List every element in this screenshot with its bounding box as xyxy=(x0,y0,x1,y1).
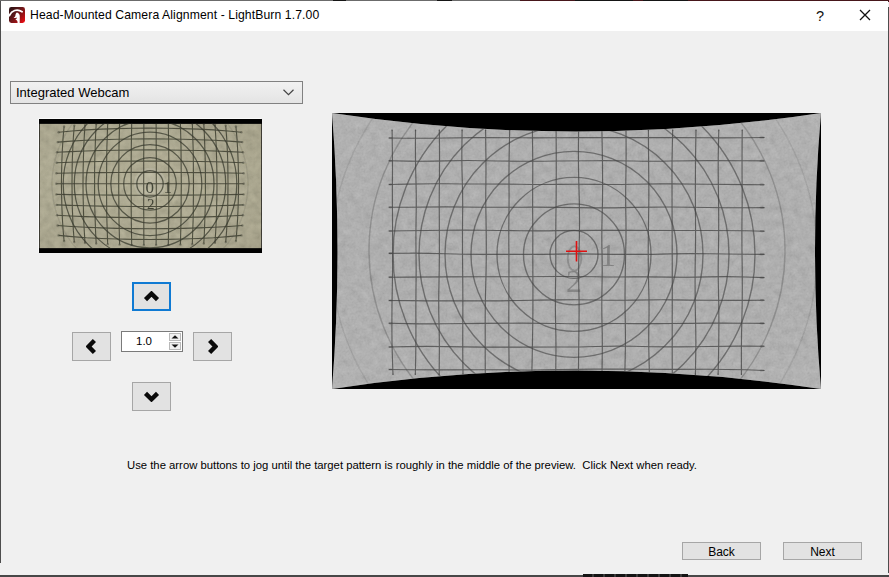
svg-text:1: 1 xyxy=(600,238,616,273)
svg-text:1: 1 xyxy=(164,178,173,197)
svg-text:2: 2 xyxy=(147,196,155,212)
svg-text:0: 0 xyxy=(146,178,155,197)
